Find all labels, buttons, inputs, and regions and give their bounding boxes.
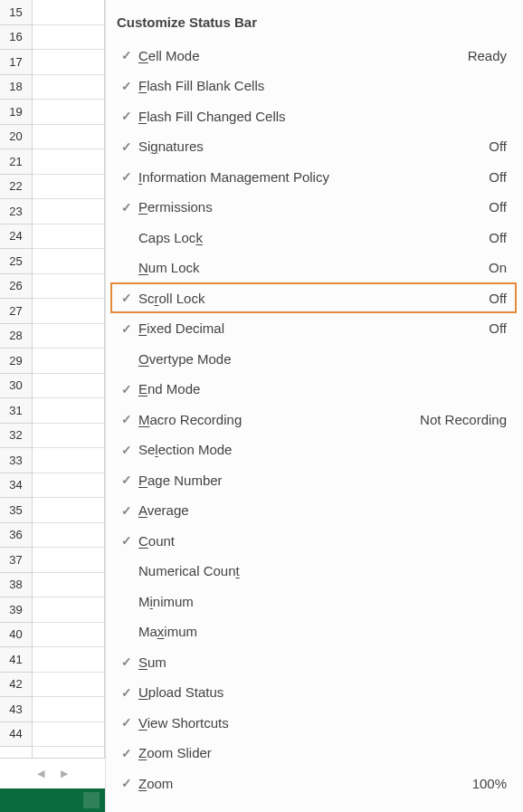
row-header[interactable]: 40: [0, 623, 32, 648]
grid-cell[interactable]: [33, 25, 104, 51]
grid-cell[interactable]: [33, 299, 104, 324]
grid-cell[interactable]: [33, 573, 104, 598]
checkmark-icon: ✓: [115, 715, 138, 730]
menu-item-numerical-count[interactable]: Numerical Count: [111, 557, 516, 586]
sheet-next-icon[interactable]: ▶: [61, 768, 68, 779]
grid-cell[interactable]: [33, 647, 104, 673]
menu-item-caps-lock[interactable]: Caps LockOff: [111, 223, 516, 252]
menu-item-flash-fill-changed-cells[interactable]: ✓Flash Fill Changed Cells: [111, 101, 516, 130]
row-header[interactable]: 31: [0, 398, 32, 424]
row-header[interactable]: 20: [0, 125, 32, 150]
menu-item-label: Count: [138, 533, 507, 549]
menu-item-cell-mode[interactable]: ✓Cell ModeReady: [111, 41, 516, 70]
menu-item-view-shortcuts[interactable]: ✓View Shortcuts: [111, 708, 516, 737]
grid-cell[interactable]: [33, 50, 104, 75]
status-bar-record-icon[interactable]: [83, 792, 100, 808]
menu-item-minimum[interactable]: Minimum: [111, 587, 516, 616]
grid-cell[interactable]: [33, 673, 104, 698]
row-header[interactable]: 15: [0, 0, 32, 25]
menu-item-end-mode[interactable]: ✓End Mode: [111, 375, 516, 404]
menu-item-macro-recording[interactable]: ✓Macro RecordingNot Recording: [111, 405, 516, 434]
menu-item-zoom[interactable]: ✓Zoom100%: [111, 769, 516, 798]
menu-item-value: Not Recording: [420, 412, 512, 427]
grid-cell[interactable]: [33, 0, 104, 25]
row-header[interactable]: 23: [0, 199, 32, 224]
row-header[interactable]: 22: [0, 175, 32, 200]
grid-cell[interactable]: [33, 224, 104, 250]
menu-item-signatures[interactable]: ✓SignaturesOff: [111, 132, 516, 161]
menu-item-label: Overtype Mode: [138, 351, 507, 367]
grid-cell[interactable]: [33, 100, 104, 125]
sheet-prev-icon[interactable]: ◀: [37, 768, 44, 779]
row-header[interactable]: 34: [0, 473, 32, 499]
menu-item-information-management-policy[interactable]: ✓Information Management PolicyOff: [111, 162, 516, 191]
row-header[interactable]: 19: [0, 100, 32, 125]
menu-item-scroll-lock[interactable]: ✓Scroll LockOff: [111, 283, 516, 312]
row-header[interactable]: 18: [0, 75, 32, 100]
row-header[interactable]: 32: [0, 424, 32, 449]
row-header[interactable]: 42: [0, 673, 32, 698]
row-header[interactable]: 37: [0, 548, 32, 573]
row-header[interactable]: 36: [0, 523, 32, 549]
row-header[interactable]: 26: [0, 274, 32, 300]
row-header[interactable]: 21: [0, 149, 32, 175]
row-header[interactable]: 16: [0, 25, 32, 51]
row-header[interactable]: 29: [0, 349, 32, 374]
row-header[interactable]: 39: [0, 597, 32, 623]
menu-item-selection-mode[interactable]: ✓Selection Mode: [111, 435, 516, 464]
row-header[interactable]: 17: [0, 50, 32, 75]
menu-item-count[interactable]: ✓Count: [111, 526, 516, 555]
row-header[interactable]: 30: [0, 374, 32, 399]
grid-cell[interactable]: [33, 324, 104, 349]
worksheet-column: [33, 0, 105, 812]
grid-cell[interactable]: [33, 623, 104, 648]
menu-item-label: Zoom Slider: [138, 745, 507, 760]
grid-cell[interactable]: [33, 149, 104, 175]
grid-cell[interactable]: [33, 473, 104, 499]
grid-cell[interactable]: [33, 274, 104, 300]
menu-item-fixed-decimal[interactable]: ✓Fixed DecimalOff: [111, 314, 516, 343]
grid-cell[interactable]: [33, 249, 104, 274]
grid-cell[interactable]: [33, 199, 104, 224]
grid-cell[interactable]: [33, 349, 104, 374]
menu-item-maximum[interactable]: Maximum: [111, 617, 516, 646]
menu-item-page-number[interactable]: ✓Page Number: [111, 465, 516, 494]
menu-item-label: Permissions: [138, 199, 489, 215]
menu-item-sum[interactable]: ✓Sum: [111, 647, 516, 676]
menu-item-value: Off: [489, 139, 512, 154]
menu-item-label: Num Lock: [138, 260, 489, 275]
menu-item-permissions[interactable]: ✓PermissionsOff: [111, 193, 516, 222]
row-header[interactable]: 25: [0, 249, 32, 274]
row-header[interactable]: 33: [0, 448, 32, 473]
menu-item-num-lock[interactable]: Num LockOn: [111, 253, 516, 282]
grid-cell[interactable]: [33, 597, 104, 623]
row-header[interactable]: 38: [0, 573, 32, 598]
grid-cell[interactable]: [33, 722, 104, 748]
grid-cell[interactable]: [33, 548, 104, 573]
grid-cell[interactable]: [33, 75, 104, 100]
grid-cell[interactable]: [33, 175, 104, 200]
menu-item-value: On: [489, 260, 512, 275]
grid-cell[interactable]: [33, 448, 104, 473]
menu-item-label: Scroll Lock: [138, 291, 489, 306]
row-header[interactable]: 41: [0, 647, 32, 673]
menu-item-average[interactable]: ✓Average: [111, 496, 516, 525]
grid-cell[interactable]: [33, 697, 104, 722]
row-header[interactable]: 44: [0, 722, 32, 748]
menu-item-label: Average: [138, 502, 507, 518]
menu-item-upload-status[interactable]: ✓Upload Status: [111, 678, 516, 707]
grid-cell[interactable]: [33, 498, 104, 523]
grid-cell[interactable]: [33, 424, 104, 449]
row-header[interactable]: 28: [0, 324, 32, 349]
grid-cell[interactable]: [33, 125, 104, 150]
menu-item-flash-fill-blank-cells[interactable]: ✓Flash Fill Blank Cells: [111, 72, 516, 100]
row-header[interactable]: 27: [0, 299, 32, 324]
row-header[interactable]: 35: [0, 498, 32, 523]
grid-cell[interactable]: [33, 398, 104, 424]
row-header[interactable]: 43: [0, 697, 32, 722]
menu-item-zoom-slider[interactable]: ✓Zoom Slider: [111, 739, 516, 768]
grid-cell[interactable]: [33, 523, 104, 549]
row-header[interactable]: 24: [0, 224, 32, 250]
menu-item-overtype-mode[interactable]: Overtype Mode: [111, 344, 516, 373]
grid-cell[interactable]: [33, 374, 104, 399]
